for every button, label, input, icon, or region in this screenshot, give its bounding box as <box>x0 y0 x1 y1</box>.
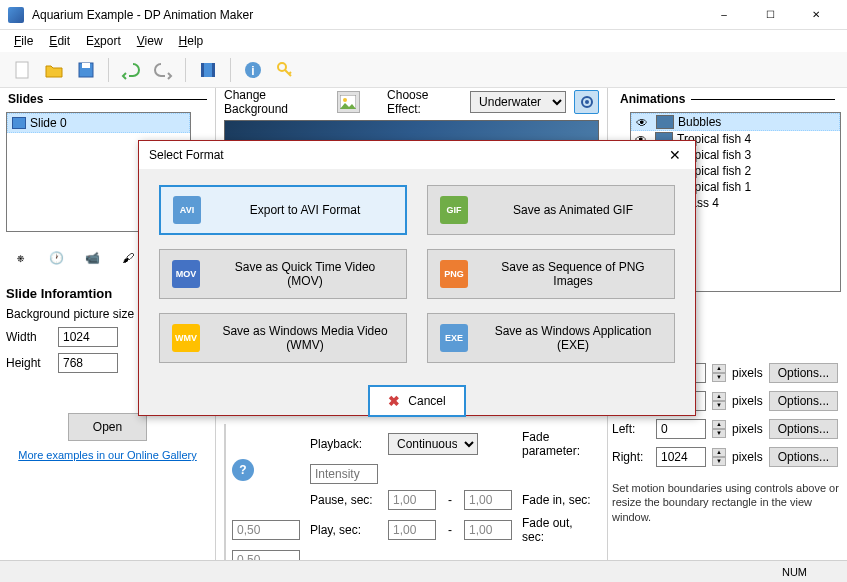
mov-icon: MOV <box>172 260 200 288</box>
fmt-label: Save as Windows Application (EXE) <box>484 324 662 352</box>
export-gif-button[interactable]: GIF Save as Animated GIF <box>427 185 675 235</box>
fmt-label: Save as Animated GIF <box>484 203 662 217</box>
dialog-title-text: Select Format <box>149 148 224 162</box>
export-avi-button[interactable]: AVI Export to AVI Format <box>159 185 407 235</box>
export-png-button[interactable]: PNG Save as Sequence of PNG Images <box>427 249 675 299</box>
wmv-icon: WMV <box>172 324 200 352</box>
png-icon: PNG <box>440 260 468 288</box>
dialog-overlay: Select Format ✕ AVI Export to AVI Format… <box>0 0 847 582</box>
dialog-body: AVI Export to AVI Format GIF Save as Ani… <box>139 169 695 379</box>
select-format-dialog: Select Format ✕ AVI Export to AVI Format… <box>138 140 696 416</box>
avi-icon: AVI <box>173 196 201 224</box>
dialog-footer: ✖ Cancel <box>139 379 695 423</box>
cancel-x-icon: ✖ <box>388 393 400 409</box>
cancel-label: Cancel <box>408 394 445 408</box>
dialog-close-button[interactable]: ✕ <box>665 147 685 163</box>
export-wmv-button[interactable]: WMV Save as Windows Media Video (WMV) <box>159 313 407 363</box>
gif-icon: GIF <box>440 196 468 224</box>
fmt-label: Export to AVI Format <box>217 203 393 217</box>
fmt-label: Save as Windows Media Video (WMV) <box>216 324 394 352</box>
fmt-label: Save as Quick Time Video (MOV) <box>216 260 394 288</box>
export-mov-button[interactable]: MOV Save as Quick Time Video (MOV) <box>159 249 407 299</box>
exe-icon: EXE <box>440 324 468 352</box>
export-exe-button[interactable]: EXE Save as Windows Application (EXE) <box>427 313 675 363</box>
dialog-titlebar: Select Format ✕ <box>139 141 695 169</box>
fmt-label: Save as Sequence of PNG Images <box>484 260 662 288</box>
cancel-button[interactable]: ✖ Cancel <box>368 385 465 417</box>
